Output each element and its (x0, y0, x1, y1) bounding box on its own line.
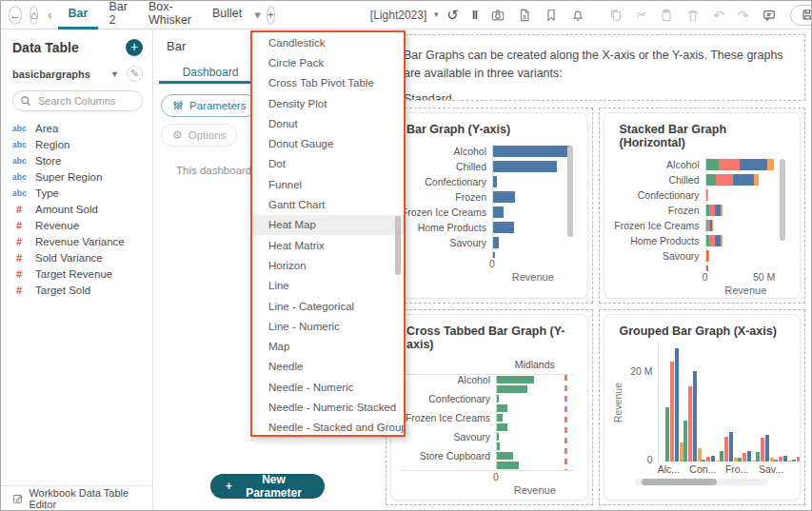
horizontal-scrollbar[interactable] (635, 479, 768, 485)
variants-list-item: Standard (404, 90, 787, 102)
parameters-label: Parameters (189, 100, 246, 111)
vertical-scrollbar-thumb[interactable] (780, 159, 785, 241)
horizontal-scrollbar-thumb[interactable] (642, 479, 716, 485)
stacked-bar-graph-card[interactable]: Stacked Bar Graph (Horizontal)AlcoholChi… (604, 112, 802, 299)
table-dropdown-chevron-icon[interactable]: ▼ (110, 69, 119, 79)
cut-scissors-icon[interactable]: ✂ (636, 8, 646, 22)
new-parameter-button[interactable]: + New Parameter (210, 474, 325, 499)
column-item-region[interactable]: abcRegion (12, 136, 143, 152)
plus-icon: + (226, 480, 232, 493)
x-axis-tick: Con... (685, 463, 720, 475)
redo-icon[interactable]: ↷ (738, 8, 749, 23)
bar (493, 146, 571, 157)
menu-item-needle[interactable]: Needle (252, 357, 404, 377)
column-item-super-region[interactable]: abcSuper Region (12, 168, 143, 185)
vertical-scrollbar-thumb[interactable] (567, 146, 573, 237)
back-button[interactable]: ← (9, 6, 22, 25)
column-item-amount-sold[interactable]: #Amount Sold (12, 201, 143, 217)
menu-item-map[interactable]: Map (252, 336, 404, 356)
theme-selector[interactable]: [Light2023] ▼ (370, 9, 440, 22)
menu-item-funnel[interactable]: Funnel (252, 174, 404, 194)
category-label: Chilled (614, 172, 705, 187)
bookmark-icon[interactable] (545, 9, 558, 22)
column-item-target-revenue[interactable]: #Target Revenue (12, 265, 143, 282)
back-arrow-icon: ← (10, 10, 21, 21)
bar (743, 453, 746, 462)
menu-item-cross-tab-pivot-table[interactable]: Cross Tab Pivot Table (252, 73, 404, 93)
menu-item-candlestick[interactable]: Candlestick (252, 32, 404, 52)
tab-dashboard[interactable]: Dashboard (159, 62, 262, 84)
bar (493, 161, 557, 172)
chart-grid: Bar Graph (Y-axis)AlcoholChilledConfecti… (386, 108, 805, 505)
category-label: Savoury (401, 432, 496, 442)
tabs-dropdown-chevron-icon[interactable]: ▾ (254, 8, 261, 22)
numeric-column-icon: # (12, 268, 35, 280)
workbook-tab-bullet[interactable]: Bullet (202, 1, 252, 29)
data-table-name[interactable]: basicbargraphs (12, 69, 110, 80)
plus-icon: + (267, 10, 274, 21)
column-item-revenue-variance[interactable]: #Revenue Variance (12, 233, 143, 249)
menu-scrollbar-thumb[interactable] (395, 216, 401, 275)
numeric-column-icon: # (12, 252, 35, 264)
add-data-table-button[interactable]: + (126, 39, 143, 56)
workbook-tab-bar-2[interactable]: Bar 2 (98, 1, 137, 29)
column-item-store[interactable]: abcStore (12, 152, 143, 168)
home-button[interactable]: ⌂ (30, 6, 38, 25)
bar-graph-y-axis-card[interactable]: Bar Graph (Y-axis)AlcoholChilledConfecti… (390, 112, 588, 299)
menu-item-needle-stacked-and-grouped[interactable]: Needle - Stacked and Grouped (252, 418, 404, 437)
bar (497, 442, 500, 450)
column-item-area[interactable]: abcArea (12, 120, 143, 136)
menu-item-dot[interactable]: Dot (252, 154, 404, 174)
bar (779, 457, 782, 462)
comment-icon[interactable] (762, 9, 776, 22)
options-button[interactable]: ⚙ Options (161, 124, 237, 147)
x-axis-tick: Fro... (720, 463, 754, 475)
grouped-bar-graph-card[interactable]: Grouped Bar Graph (X-axis)Revenue20 M0Al… (604, 314, 802, 501)
menu-item-needle-numeric-stacked[interactable]: Needle - Numeric Stacked (252, 397, 404, 417)
export-pdf-icon[interactable] (518, 9, 531, 22)
menu-item-gantt-chart[interactable]: Gantt Chart (252, 194, 404, 214)
bar (756, 452, 760, 462)
menu-item-density-plot[interactable]: Density Plot (252, 93, 404, 113)
category-label (401, 250, 492, 258)
bar (497, 404, 507, 412)
menu-item-donut[interactable]: Donut (252, 113, 404, 133)
bar-segment (712, 220, 713, 231)
paste-clipboard-icon[interactable] (660, 9, 673, 22)
menu-item-circle-pack[interactable]: Circle Pack (252, 52, 404, 72)
delete-trash-icon[interactable] (686, 9, 700, 22)
menu-item-horizon[interactable]: Horizon (252, 255, 404, 275)
menu-item-line[interactable]: Line (252, 276, 404, 296)
bar-cluster (738, 451, 756, 462)
snapshot-camera-icon[interactable] (491, 9, 505, 22)
search-columns-input[interactable] (12, 90, 143, 111)
menu-item-heat-map[interactable]: Heat Map (252, 215, 404, 235)
menu-item-line-categorical[interactable]: Line - Categorical (252, 296, 404, 316)
menu-item-line-numeric[interactable]: Line - Numeric (252, 316, 404, 336)
cross-tabbed-bar-graph-card[interactable]: Cross Tabbed Bar Graph (Y-axis)MidlandsA… (390, 314, 588, 501)
category-label: Alcohol (614, 157, 705, 172)
category-label: Frozen Ice Creams (401, 413, 496, 423)
edit-table-pencil-icon[interactable]: ✎ (127, 66, 143, 82)
home-icon: ⌂ (30, 10, 37, 21)
column-item-revenue[interactable]: #Revenue (12, 217, 143, 233)
column-item-type[interactable]: abcType (12, 185, 143, 201)
copy-icon[interactable] (609, 9, 623, 22)
add-tab-button[interactable]: + (267, 6, 275, 25)
workbook-data-table-editor-button[interactable]: Workbook Data Table Editor (1, 485, 152, 510)
parameters-button[interactable]: Parameters (161, 94, 257, 117)
column-item-target-sold[interactable]: #Target Sold (12, 282, 143, 298)
pause-icon[interactable]: ‖ (472, 8, 478, 22)
save-button[interactable]: Save (790, 5, 812, 26)
undo-icon[interactable]: ↶ (713, 8, 724, 23)
menu-item-donut-gauge[interactable]: Donut Gauge (252, 133, 404, 153)
workbook-tab-box-whisker[interactable]: Box-Whisker (138, 1, 202, 29)
menu-item-heat-matrix[interactable]: Heat Matrix (252, 235, 404, 255)
workbook-tab-bar[interactable]: Bar (58, 1, 99, 29)
notifications-bell-icon[interactable] (571, 9, 584, 22)
bar (702, 460, 705, 462)
prev-tab-chevron-icon[interactable]: ‹ (48, 8, 51, 22)
menu-item-needle-numeric[interactable]: Needle - Numeric (252, 377, 404, 397)
column-item-sold-variance[interactable]: #Sold Variance (12, 249, 143, 265)
refresh-icon[interactable]: ↺ (446, 7, 459, 24)
